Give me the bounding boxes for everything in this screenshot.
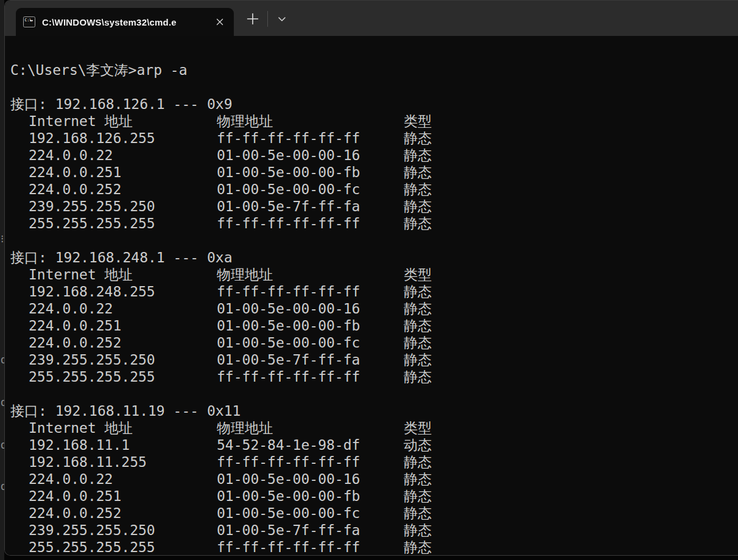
new-tab-button[interactable] [242,9,264,29]
column-header-ip: Internet 地址 [29,266,133,283]
arp-type-cell: 静态 [404,147,432,164]
column-header-line: Internet 地址物理地址类型 [10,113,738,130]
column-header-mac: 物理地址 [217,419,273,436]
arp-mac-cell: 01-00-5e-00-00-fb [217,488,360,505]
blank-line [10,232,738,249]
titlebar[interactable]: C:\ C:\WINDOWS\system32\cmd.e [5,1,738,36]
arp-ip-cell: 224.0.0.251 [29,317,121,334]
arp-table-row: 239.255.255.25001-00-5e-7f-ff-fa静态 [10,198,738,215]
arp-ip-cell: 224.0.0.22 [29,147,113,164]
arp-mac-cell: 01-00-5e-00-00-16 [217,300,360,317]
arp-ip-cell: 255.255.255.255 [29,215,155,232]
close-icon [211,13,228,30]
arp-type-cell: 静态 [404,164,432,181]
svg-text:C:\: C:\ [25,18,32,23]
command-prompt: C:\Users\李文涛>arp -a [10,61,188,79]
arp-mac-cell: 01-00-5e-00-00-fb [217,164,360,181]
arp-ip-cell: 224.0.0.251 [29,488,121,505]
arp-table-row: 255.255.255.255ff-ff-ff-ff-ff-ff静态 [10,215,738,232]
prompt-line: C:\Users\李文涛>arp -a [10,61,738,79]
background-window-sliver: ⁝dddd [0,0,4,560]
column-header-ip: Internet 地址 [29,113,133,130]
interface-header-line: 接口: 192.168.126.1 --- 0x9 [10,96,738,113]
arp-mac-cell: 01-00-5e-00-00-16 [217,147,360,164]
arp-ip-cell: 224.0.0.252 [29,505,121,522]
interface-label: 接口: 192.168.248.1 --- 0xa [10,249,233,266]
interface-header-line: 接口: 192.168.11.19 --- 0x11 [10,402,738,419]
chevron-down-icon [274,11,290,27]
arp-mac-cell: 01-00-5e-00-00-fc [217,505,360,522]
screen: ⁝dddd C:\ C:\WINDOWS\system32\cmd.e [0,0,738,560]
plus-icon [244,10,262,28]
arp-mac-cell: ff-ff-ff-ff-ff-ff [217,453,360,471]
terminal-output: C:\Users\李文涛>arp -a接口: 192.168.126.1 ---… [10,61,738,555]
arp-table-row: 192.168.126.255ff-ff-ff-ff-ff-ff静态 [10,130,738,147]
arp-ip-cell: 239.255.255.250 [29,351,155,368]
column-header-type: 类型 [404,419,432,436]
column-header-line: Internet 地址物理地址类型 [10,419,738,436]
blank-line [10,79,738,96]
tab-dropdown-button[interactable] [272,9,292,29]
arp-ip-cell: 224.0.0.22 [29,300,113,317]
column-header-type: 类型 [404,113,432,130]
arp-mac-cell: ff-ff-ff-ff-ff-ff [217,368,360,385]
arp-ip-cell: 239.255.255.250 [29,522,155,539]
cmd-icon: C:\ [23,16,35,27]
arp-type-cell: 静态 [404,522,432,539]
arp-mac-cell: 01-00-5e-00-00-16 [217,471,360,488]
tab-title: C:\WINDOWS\system32\cmd.e [42,17,211,27]
interface-label: 接口: 192.168.126.1 --- 0x9 [10,96,233,113]
arp-table-row: 192.168.248.255ff-ff-ff-ff-ff-ff静态 [10,283,738,300]
arp-mac-cell: 01-00-5e-00-00-fc [217,181,360,198]
arp-mac-cell: ff-ff-ff-ff-ff-ff [217,215,360,232]
arp-type-cell: 静态 [404,539,432,555]
arp-mac-cell: 01-00-5e-7f-ff-fa [217,198,360,215]
arp-table-row: 224.0.0.25101-00-5e-00-00-fb静态 [10,164,738,181]
column-header-type: 类型 [404,266,432,283]
arp-table-row: 224.0.0.25201-00-5e-00-00-fc静态 [10,505,738,522]
arp-type-cell: 静态 [404,283,432,300]
arp-type-cell: 静态 [404,453,432,471]
arp-ip-cell: 224.0.0.252 [29,181,121,198]
arp-table-row: 239.255.255.25001-00-5e-7f-ff-fa静态 [10,522,738,539]
arp-ip-cell: 192.168.126.255 [29,130,155,147]
arp-table-row: 239.255.255.25001-00-5e-7f-ff-fa静态 [10,351,738,368]
arp-ip-cell: 239.255.255.250 [29,198,155,215]
arp-ip-cell: 192.168.11.1 [29,436,130,453]
arp-mac-cell: 01-00-5e-7f-ff-fa [217,522,360,539]
arp-mac-cell: ff-ff-ff-ff-ff-ff [217,539,360,555]
arp-table-row: 224.0.0.25201-00-5e-00-00-fc静态 [10,181,738,198]
column-header-ip: Internet 地址 [29,419,133,436]
arp-ip-cell: 224.0.0.22 [29,471,113,488]
arp-ip-cell: 192.168.11.255 [29,453,147,471]
column-header-mac: 物理地址 [217,113,273,130]
arp-type-cell: 静态 [404,334,432,351]
arp-mac-cell: 54-52-84-1e-98-df [217,436,360,453]
arp-ip-cell: 192.168.248.255 [29,283,155,300]
arp-type-cell: 静态 [404,351,432,368]
arp-table-row: 224.0.0.2201-00-5e-00-00-16静态 [10,147,738,164]
arp-table-row: 224.0.0.2201-00-5e-00-00-16静态 [10,300,738,317]
arp-table-row: 255.255.255.255ff-ff-ff-ff-ff-ff静态 [10,539,738,555]
background-text-fragment: ⁝ [1,234,4,245]
arp-type-cell: 静态 [404,215,432,232]
titlebar-divider [267,11,268,27]
column-header-line: Internet 地址物理地址类型 [10,266,738,283]
arp-type-cell: 动态 [404,436,432,453]
interface-label: 接口: 192.168.11.19 --- 0x11 [10,402,241,419]
tab-cmd[interactable]: C:\ C:\WINDOWS\system32\cmd.e [16,8,234,36]
arp-type-cell: 静态 [404,317,432,334]
arp-table-row: 192.168.11.255ff-ff-ff-ff-ff-ff静态 [10,453,738,471]
arp-type-cell: 静态 [404,198,432,215]
terminal-window: C:\ C:\WINDOWS\system32\cmd.e [4,0,738,556]
arp-mac-cell: ff-ff-ff-ff-ff-ff [217,130,360,147]
terminal-content-area[interactable]: C:\Users\李文涛>arp -a接口: 192.168.126.1 ---… [5,36,738,555]
arp-ip-cell: 224.0.0.251 [29,164,121,181]
arp-ip-cell: 255.255.255.255 [29,539,155,555]
close-tab-button[interactable] [211,13,229,31]
interface-header-line: 接口: 192.168.248.1 --- 0xa [10,249,738,266]
arp-mac-cell: 01-00-5e-00-00-fb [217,317,360,334]
arp-mac-cell: ff-ff-ff-ff-ff-ff [217,283,360,300]
arp-ip-cell: 224.0.0.252 [29,334,121,351]
column-header-mac: 物理地址 [217,266,273,283]
